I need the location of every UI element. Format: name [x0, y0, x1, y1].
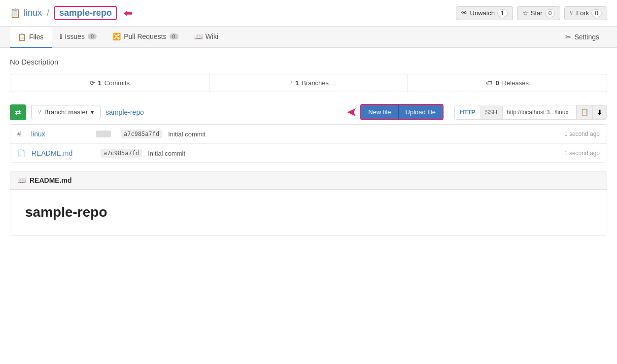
tab-settings[interactable]: ✂ Settings: [557, 27, 607, 47]
pull-requests-icon: 🔀: [112, 33, 121, 40]
tab-settings-label: Settings: [574, 33, 599, 41]
ssh-tab-button[interactable]: SSH: [480, 106, 502, 119]
tab-issues-label: Issues: [65, 33, 85, 40]
file-actions-area: ➤ New file Upload file: [346, 104, 444, 120]
tab-wiki-label: Wiki: [206, 33, 218, 40]
commits-stat[interactable]: ⟳ 1 Commits: [10, 74, 209, 92]
releases-stat[interactable]: 🏷 0 Releases: [408, 74, 607, 92]
unwatch-count: 1: [497, 9, 508, 17]
fork-icon: ⑂: [570, 9, 574, 17]
repo-owner-link[interactable]: linux: [24, 8, 42, 18]
repo-title: 📋 linux / sample-repo ⬅: [10, 6, 133, 20]
branch-label: Branch: master: [44, 108, 88, 116]
repo-description: No Description: [10, 58, 607, 66]
branches-label: Branches: [302, 79, 329, 87]
star-icon: ☆: [522, 9, 528, 17]
repo-header: 📋 linux / sample-repo ⬅ 👁 Unwatch 1 ☆ St…: [0, 0, 617, 27]
copy-url-button[interactable]: 📋: [576, 105, 592, 119]
star-label: Star: [531, 9, 543, 17]
unwatch-label: Unwatch: [470, 9, 495, 17]
issues-icon: ℹ: [60, 33, 62, 40]
file-name-link[interactable]: README.md: [32, 149, 91, 157]
repo-name: sample-repo: [54, 6, 117, 20]
file-icon: 📄: [17, 149, 26, 157]
file-name-link[interactable]: linux: [31, 130, 90, 138]
files-icon: 📋: [18, 33, 26, 41]
star-count: 0: [545, 9, 555, 17]
main-content: No Description ⟳ 1 Commits ⑂ 1 Branches …: [0, 48, 617, 245]
readme-header-label: README.md: [30, 176, 72, 184]
tabs-bar: 📋 Files ℹ Issues 0 🔀 Pull Requests 0 📖 W…: [0, 27, 617, 48]
commits-count: 1: [98, 79, 102, 87]
branch-selector[interactable]: ⑂ Branch: master ▾: [31, 105, 101, 119]
file-list: # linux a7c985a7fd Initial commit 1 seco…: [10, 124, 607, 163]
commit-time: 1 second ago: [564, 150, 600, 157]
branches-icon: ⑂: [288, 79, 292, 87]
tab-files-label: Files: [29, 33, 44, 41]
file-toolbar: ⇄ ⑂ Branch: master ▾ sample-repo ➤ New f…: [10, 100, 607, 124]
stats-bar: ⟳ 1 Commits ⑂ 1 Branches 🏷 0 Releases: [10, 74, 607, 92]
releases-label: Releases: [502, 79, 529, 87]
user-avatar-placeholder: [96, 131, 111, 137]
repo-actions: 👁 Unwatch 1 ☆ Star 0 ⑂ Fork 0: [456, 6, 607, 20]
clone-url-group: HTTP SSH 📋 ⬇: [454, 105, 607, 120]
branches-stat[interactable]: ⑂ 1 Branches: [209, 74, 409, 92]
tab-pull-requests-label: Pull Requests: [124, 33, 166, 40]
repo-icon: 📋: [10, 8, 21, 19]
fork-label: Fork: [576, 9, 589, 17]
repo-arrow-indicator: ⬅: [124, 7, 133, 20]
readme-title: sample-repo: [25, 204, 592, 220]
releases-count: 0: [495, 79, 499, 87]
tab-files[interactable]: 📋 Files: [10, 27, 52, 48]
file-action-group: New file Upload file: [360, 104, 444, 120]
download-button[interactable]: ⬇: [592, 105, 607, 119]
repo-separator: /: [47, 8, 49, 18]
pink-arrow-icon: ➤: [346, 104, 357, 120]
pull-requests-badge: 0: [170, 33, 178, 39]
readme-section: 📖 README.md sample-repo: [10, 171, 607, 235]
tab-pull-requests[interactable]: 🔀 Pull Requests 0: [104, 27, 186, 47]
readme-header: 📖 README.md: [10, 171, 607, 190]
http-tab-button[interactable]: HTTP: [455, 106, 480, 119]
new-file-button[interactable]: New file: [361, 105, 398, 119]
tab-issues[interactable]: ℹ Issues 0: [52, 27, 105, 47]
commits-icon: ⟳: [90, 79, 95, 87]
branch-icon: ⑂: [37, 108, 41, 116]
commit-hash: a7c985a7fd: [121, 130, 162, 138]
settings-icon: ✂: [565, 33, 571, 41]
chevron-down-icon: ▾: [91, 108, 94, 116]
table-row: 📄 README.md a7c985a7fd Initial commit 1 …: [10, 144, 607, 163]
readme-body: sample-repo: [10, 190, 607, 235]
fork-button[interactable]: ⑂ Fork 0: [564, 6, 607, 20]
upload-file-button[interactable]: Upload file: [399, 105, 443, 119]
fork-count: 0: [591, 9, 602, 17]
commit-time: 1 second ago: [564, 131, 600, 137]
commit-message: Initial commit: [148, 150, 558, 157]
sync-button[interactable]: ⇄: [10, 104, 26, 120]
branches-count: 1: [295, 79, 299, 87]
dir-icon: #: [17, 130, 25, 138]
commit-hash: a7c985a7fd: [101, 149, 142, 158]
commits-label: Commits: [104, 79, 130, 87]
star-button[interactable]: ☆ Star 0: [517, 6, 561, 20]
table-row: # linux a7c985a7fd Initial commit 1 seco…: [10, 125, 607, 144]
wiki-icon: 📖: [194, 33, 203, 40]
clone-url-input[interactable]: [502, 106, 576, 119]
issues-badge: 0: [88, 33, 97, 39]
eye-icon: 👁: [461, 9, 468, 17]
repo-breadcrumb-link[interactable]: sample-repo: [105, 108, 342, 116]
unwatch-button[interactable]: 👁 Unwatch 1: [456, 6, 513, 20]
readme-icon: 📖: [17, 176, 26, 184]
commit-message: Initial commit: [168, 131, 558, 138]
tab-wiki[interactable]: 📖 Wiki: [186, 27, 226, 47]
releases-icon: 🏷: [486, 79, 492, 87]
